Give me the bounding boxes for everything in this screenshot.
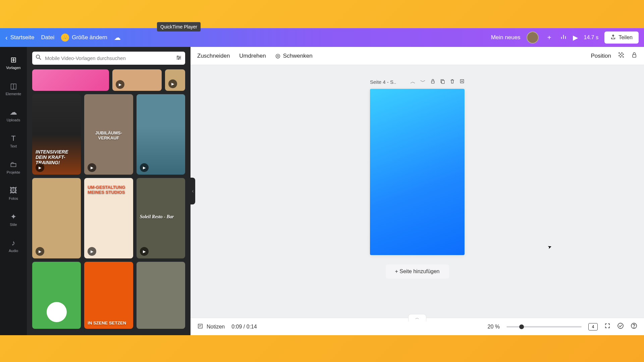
pan-icon: ◎ — [275, 52, 280, 59]
resize-label: Größe ändern — [72, 34, 107, 41]
nav-projects[interactable]: 🗀 Projekte — [0, 154, 27, 180]
templates-icon: ⊞ — [10, 56, 16, 64]
duplicate-page-icon[interactable] — [440, 79, 445, 85]
nav-text[interactable]: T Text — [0, 128, 27, 154]
nav-photos[interactable]: 🖼 Fotos — [0, 180, 27, 206]
time-display: 0:09 / 0:14 — [231, 324, 257, 330]
nav-uploads[interactable]: ☁ Uploads — [0, 102, 27, 128]
check-icon[interactable] — [617, 322, 624, 331]
notes-icon — [197, 323, 203, 330]
svg-rect-6 — [620, 54, 621, 55]
help-icon[interactable] — [631, 322, 637, 331]
uploads-icon: ☁ — [10, 108, 17, 117]
delete-page-icon[interactable] — [450, 79, 455, 85]
template-card[interactable]: ▶ — [112, 69, 162, 91]
add-member-button[interactable]: + — [545, 33, 554, 42]
play-icon: ▶ — [140, 247, 149, 256]
svg-point-19 — [634, 327, 634, 327]
cursor: ➤ — [547, 243, 553, 250]
svg-rect-4 — [619, 52, 620, 54]
svg-rect-13 — [431, 81, 434, 83]
home-label: Startseite — [10, 34, 35, 41]
add-page-button[interactable]: + Seite hinzufügen — [386, 264, 449, 279]
zoom-label[interactable]: 20 % — [488, 324, 500, 330]
zoom-thumb[interactable] — [519, 324, 524, 329]
template-card[interactable] — [32, 262, 81, 329]
expand-timeline-button[interactable]: ︿ — [408, 314, 426, 321]
play-icon[interactable]: ▶ — [573, 34, 578, 42]
canvas-viewport[interactable]: Seite 4 - S.. ︿ ﹀ — [191, 65, 644, 318]
template-card[interactable]: JUBILÄUMS-VERKAUF ▶ — [84, 94, 133, 175]
template-card[interactable] — [32, 69, 109, 91]
share-icon — [610, 34, 616, 41]
bottom-bar: ︿ Notizen 0:09 / 0:14 20 % 4 — [191, 318, 644, 335]
svg-point-0 — [36, 55, 40, 58]
search-icon — [36, 54, 42, 62]
template-card[interactable]: UM-GESTALTUNG MEINES STUDIOS ▶ — [84, 178, 133, 258]
zoom-slider[interactable] — [506, 326, 582, 327]
canvas-page[interactable] — [370, 89, 465, 255]
chevron-down-icon[interactable]: ﹀ — [420, 78, 426, 85]
filter-icon[interactable] — [176, 55, 182, 62]
page-title[interactable]: Seite 4 - S.. — [370, 79, 406, 85]
file-menu[interactable]: Datei — [41, 34, 54, 41]
play-icon: ▶ — [36, 163, 44, 172]
svg-rect-8 — [619, 55, 620, 56]
resize-button[interactable]: 👑 Größe ändern — [61, 34, 107, 42]
svg-rect-10 — [620, 56, 621, 58]
analytics-icon[interactable] — [560, 34, 567, 42]
template-card[interactable]: Soleil Resto - Bar ▶ — [137, 178, 185, 258]
chevron-up-icon[interactable]: ︿ — [410, 78, 416, 85]
avatar[interactable] — [527, 32, 539, 44]
play-icon: ▶ — [168, 79, 177, 88]
lock-page-icon[interactable] — [430, 79, 435, 85]
transparency-icon[interactable] — [618, 52, 625, 60]
nav-elements[interactable]: ◫ Elemente — [0, 76, 27, 102]
vertical-nav: ⊞ Vorlagen ◫ Elemente ☁ Uploads T Text 🗀… — [0, 47, 27, 335]
template-card[interactable]: IN SZENE SETZEN — [84, 262, 133, 329]
styles-icon: ✦ — [10, 213, 16, 221]
svg-point-17 — [618, 323, 623, 328]
fullscreen-icon[interactable] — [604, 323, 610, 330]
canvas-area: Zuschneiden Umdrehen ◎ Schwenken Positio… — [191, 47, 644, 335]
svg-rect-5 — [621, 52, 623, 54]
svg-rect-15 — [442, 80, 444, 83]
crown-icon: 👑 — [61, 34, 69, 42]
search-input[interactable] — [45, 55, 172, 61]
template-card[interactable]: INTENSIVIERE DEIN KRAFT-TRAINING! ▶ — [32, 94, 81, 175]
photos-icon: 🖼 — [10, 186, 17, 195]
svg-point-3 — [178, 58, 179, 59]
home-button[interactable]: ‹ Startseite — [5, 34, 34, 42]
template-grid[interactable]: ▶ ▶ INTENSIVIERE DEIN KRAFT-TRAINING! ▶ … — [27, 69, 191, 335]
project-name[interactable]: Mein neues — [491, 34, 521, 41]
top-bar: ‹ Startseite Datei 👑 Größe ändern ☁ Mein… — [0, 28, 644, 47]
flip-button[interactable]: Umdrehen — [239, 53, 266, 59]
page-count[interactable]: 4 — [588, 323, 598, 330]
nav-templates[interactable]: ⊞ Vorlagen — [0, 50, 27, 76]
svg-rect-12 — [633, 55, 636, 57]
template-card[interactable] — [137, 262, 185, 329]
add-page-icon[interactable] — [460, 79, 465, 85]
template-card[interactable]: ▶ — [32, 178, 81, 258]
share-label: Teilen — [619, 35, 633, 41]
elements-icon: ◫ — [10, 82, 17, 90]
play-icon: ▶ — [140, 163, 149, 172]
search-box[interactable] — [32, 52, 185, 65]
cloud-sync-icon[interactable]: ☁ — [114, 34, 121, 42]
template-card[interactable]: ▶ — [165, 69, 185, 91]
template-card[interactable]: ▶ — [137, 94, 185, 175]
position-button[interactable]: Position — [591, 53, 611, 59]
play-icon: ▶ — [36, 247, 44, 256]
crop-button[interactable]: Zuschneiden — [197, 53, 230, 59]
pan-button[interactable]: ◎ Schwenken — [275, 52, 313, 59]
duration: 14.7 s — [584, 35, 599, 41]
notes-button[interactable]: Notizen — [197, 323, 225, 330]
app-window: ‹ Startseite Datei 👑 Größe ändern ☁ Mein… — [0, 28, 644, 335]
nav-styles[interactable]: ✦ Stile — [0, 206, 27, 233]
lock-icon[interactable] — [631, 52, 637, 60]
share-button[interactable]: Teilen — [604, 32, 639, 44]
nav-audio[interactable]: ♪ Audio — [0, 233, 27, 259]
svg-point-2 — [179, 57, 180, 58]
side-panel: ▶ ▶ INTENSIVIERE DEIN KRAFT-TRAINING! ▶ … — [27, 47, 191, 335]
svg-rect-7 — [623, 54, 624, 55]
